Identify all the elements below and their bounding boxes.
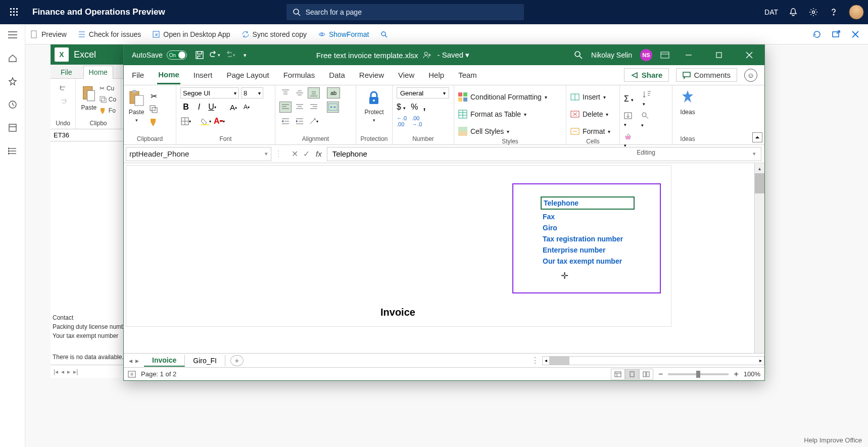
align-top-icon[interactable] xyxy=(279,87,292,98)
format-painter-icon[interactable] xyxy=(148,117,159,128)
sheet-nav-next[interactable]: ▸ xyxy=(135,357,139,365)
merge-icon[interactable] xyxy=(327,102,339,113)
zoom-out-button[interactable]: − xyxy=(658,370,663,379)
tab-data[interactable]: Data xyxy=(328,67,346,83)
refresh-icon[interactable] xyxy=(812,30,822,39)
align-bottom-icon[interactable] xyxy=(308,87,320,98)
xo-format-painter[interactable]: Fo xyxy=(100,107,116,114)
tab-insert[interactable]: Insert xyxy=(192,67,214,83)
decrease-font-icon[interactable]: A▾ xyxy=(241,102,252,113)
fx-icon[interactable]: fx xyxy=(316,150,322,158)
minimize-button[interactable] xyxy=(678,45,700,65)
record-icon[interactable] xyxy=(128,371,136,378)
zoom-slider[interactable] xyxy=(668,373,729,375)
font-size-select[interactable]: 8▾ xyxy=(241,87,263,98)
decrease-decimal-icon[interactable]: .00→.0 xyxy=(412,115,422,127)
redo-icon[interactable]: ▾ xyxy=(224,49,235,61)
copy-icon[interactable] xyxy=(148,104,159,115)
company-picker[interactable]: DAT xyxy=(764,8,778,16)
enter-formula-icon[interactable]: ✓ xyxy=(303,149,310,159)
popout-icon[interactable] xyxy=(832,30,841,39)
page-break-view-icon[interactable] xyxy=(639,369,653,380)
close-button[interactable] xyxy=(738,45,760,65)
sort-filter-icon[interactable]: ▾ xyxy=(643,90,652,108)
field-ourtax[interactable]: Our tax exempt number xyxy=(541,257,660,265)
comments-button[interactable]: Comments xyxy=(676,68,737,82)
sheet-tab-giro[interactable]: Giro_FI xyxy=(185,355,225,366)
search-toolbar-icon[interactable] xyxy=(380,30,388,38)
xo-tab-file[interactable]: File xyxy=(56,66,77,78)
vertical-scrollbar[interactable]: ▴ xyxy=(754,163,764,353)
tab-formulas[interactable]: Formulas xyxy=(282,67,316,83)
format-cells-button[interactable]: Format ▾ xyxy=(570,125,610,138)
ideas-button[interactable]: Ideas xyxy=(679,87,696,116)
name-box[interactable]: rptHeader_Phone▾ xyxy=(126,147,271,161)
share-button[interactable]: Share xyxy=(624,68,669,82)
align-left-icon[interactable] xyxy=(279,102,292,113)
comma-icon[interactable]: , xyxy=(423,102,426,112)
check-issues-button[interactable]: Check for issues xyxy=(78,30,141,38)
sheet-nav-prev[interactable]: ◂ xyxy=(129,357,132,365)
increase-indent-icon[interactable] xyxy=(294,116,306,127)
user-avatar[interactable] xyxy=(849,5,864,20)
waffle-icon[interactable] xyxy=(4,8,24,16)
conditional-formatting-button[interactable]: Conditional Formatting ▾ xyxy=(458,90,547,104)
clock-icon[interactable] xyxy=(7,99,18,110)
number-format-select[interactable]: General▾ xyxy=(397,87,449,98)
title-search-icon[interactable] xyxy=(574,51,583,60)
close-icon[interactable] xyxy=(851,30,860,39)
border-icon[interactable]: ▾ xyxy=(180,116,191,127)
align-right-icon[interactable] xyxy=(308,102,320,113)
undo-icon[interactable]: ▾ xyxy=(209,49,220,61)
field-fax[interactable]: Fax xyxy=(541,213,660,221)
field-giro[interactable]: Giro xyxy=(541,224,660,232)
protect-button[interactable]: Protect ▾ xyxy=(364,87,383,123)
field-enterprise[interactable]: Enterprise number xyxy=(541,246,660,254)
autosum-icon[interactable]: Σ ▾ xyxy=(624,94,634,104)
zoom-level[interactable]: 100% xyxy=(744,370,760,378)
bell-icon[interactable] xyxy=(788,7,798,17)
clear-icon[interactable]: ▾ xyxy=(624,133,632,149)
feedback-icon[interactable]: ☺ xyxy=(744,69,757,82)
cell-styles-button[interactable]: Cell Styles ▾ xyxy=(458,125,509,138)
tab-view[interactable]: View xyxy=(397,67,415,83)
gear-icon[interactable] xyxy=(808,7,818,17)
horizontal-scrollbar[interactable]: ◂ ▸ xyxy=(542,356,764,365)
save-icon[interactable] xyxy=(194,49,205,61)
cancel-formula-icon[interactable]: ✕ xyxy=(292,149,298,159)
help-icon[interactable] xyxy=(829,7,839,17)
list-icon[interactable] xyxy=(7,145,18,157)
xo-cut[interactable]: ✂ Cu xyxy=(100,85,116,92)
insert-cells-button[interactable]: Insert ▾ xyxy=(570,90,606,104)
global-search[interactable]: Search for a page xyxy=(286,4,524,20)
autosave-toggle[interactable]: AutoSave On xyxy=(132,51,187,60)
add-sheet-button[interactable]: + xyxy=(230,355,244,366)
bold-icon[interactable]: B xyxy=(180,102,191,113)
tab-home[interactable]: Home xyxy=(157,66,180,84)
home-icon[interactable] xyxy=(7,53,18,64)
preview-button[interactable]: Preview xyxy=(30,30,67,38)
font-color-icon[interactable]: A▾ xyxy=(214,116,225,127)
orientation-icon[interactable]: ▾ xyxy=(308,116,320,127)
help-improve-link[interactable]: Help Improve Office xyxy=(804,436,862,444)
font-name-select[interactable]: Segoe UI▾ xyxy=(180,87,239,98)
paste-button[interactable]: Paste ▾ xyxy=(128,87,145,123)
zoom-in-button[interactable]: + xyxy=(734,370,738,379)
open-desktop-button[interactable]: Open in Desktop App xyxy=(152,30,230,38)
star-icon[interactable] xyxy=(7,76,18,87)
xo-tab-home[interactable]: Home xyxy=(83,66,113,79)
percent-icon[interactable]: % xyxy=(411,103,418,112)
tab-help[interactable]: Help xyxy=(427,67,445,83)
ribbon-options-icon[interactable] xyxy=(660,52,669,59)
fill-icon[interactable]: ▾ xyxy=(624,112,632,128)
align-middle-icon[interactable] xyxy=(294,87,306,98)
underline-icon[interactable]: U▾ xyxy=(207,102,218,113)
formula-input[interactable]: Telephone▾ xyxy=(327,147,761,161)
page-layout-view-icon[interactable] xyxy=(625,369,639,380)
accounting-icon[interactable]: $ ▾ xyxy=(397,103,406,112)
collapse-ribbon-icon[interactable] xyxy=(752,132,762,142)
fill-color-icon[interactable]: ▾ xyxy=(201,116,212,127)
find-icon[interactable]: ▾ xyxy=(641,112,649,129)
show-format-button[interactable]: ShowFormat xyxy=(318,30,369,38)
maximize-button[interactable] xyxy=(708,45,730,65)
